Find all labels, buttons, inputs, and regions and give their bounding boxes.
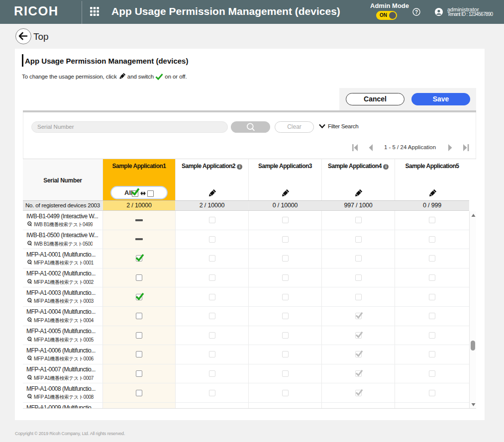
svg-text:?: ? [415, 9, 418, 15]
